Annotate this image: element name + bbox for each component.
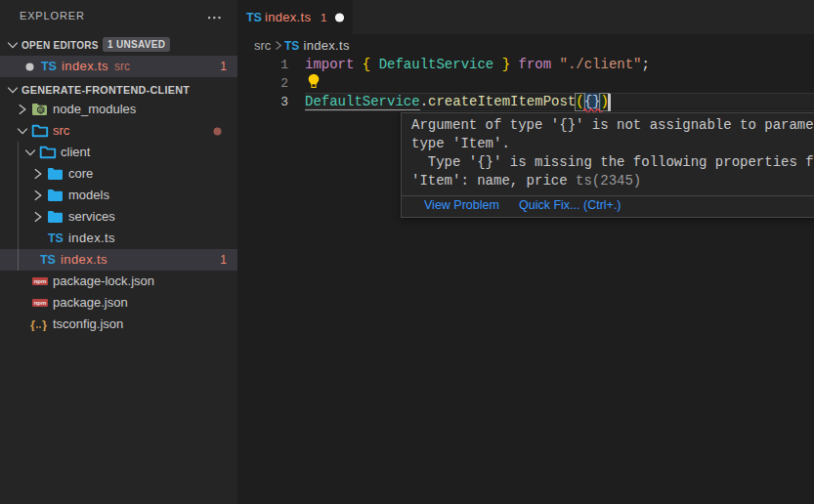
- svg-text:npm: npm: [34, 278, 47, 284]
- svg-text:}: }: [42, 318, 47, 331]
- svg-text:npm: npm: [34, 300, 47, 306]
- svg-text:{: {: [30, 318, 35, 331]
